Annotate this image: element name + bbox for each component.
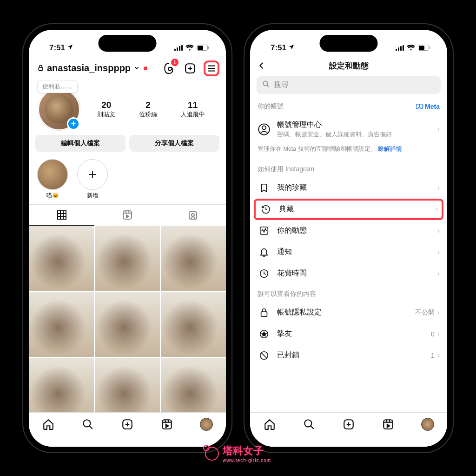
accounts-center-note: 管理你在 Meta 技術的互聯體驗和帳號設定。 瞭解詳情 bbox=[250, 144, 447, 160]
clock-icon bbox=[258, 268, 271, 279]
chevron-right-icon: › bbox=[436, 205, 438, 214]
threads-button[interactable]: 1 bbox=[161, 60, 177, 76]
post-thumb[interactable] bbox=[95, 292, 160, 357]
svg-point-28 bbox=[263, 81, 268, 86]
row-your-activity[interactable]: 你的動態 › bbox=[250, 220, 447, 241]
add-story-plus-icon[interactable]: + bbox=[67, 117, 80, 130]
tab-tagged[interactable] bbox=[160, 205, 226, 226]
activity-icon bbox=[258, 226, 271, 236]
row-saved[interactable]: 我的珍藏 › bbox=[250, 177, 447, 199]
nav-create[interactable] bbox=[342, 417, 356, 431]
username-dropdown[interactable]: anastasia_inspppp bbox=[37, 63, 159, 74]
chevron-right-icon: › bbox=[437, 308, 440, 317]
tab-grid[interactable] bbox=[29, 205, 94, 226]
post-thumb[interactable] bbox=[161, 292, 226, 357]
learn-more-link[interactable]: 瞭解詳情 bbox=[378, 146, 402, 152]
stat-followers[interactable]: 2 位粉絲 bbox=[139, 100, 157, 119]
reel-icon bbox=[150, 295, 157, 304]
reel-icon bbox=[216, 228, 223, 238]
bottom-nav bbox=[29, 412, 226, 447]
svg-rect-9 bbox=[58, 211, 66, 219]
settings-search[interactable]: 搜尋 bbox=[257, 76, 441, 94]
hamburger-menu-button[interactable] bbox=[204, 60, 219, 76]
share-profile-button[interactable]: 分享個人檔案 bbox=[129, 135, 219, 152]
nav-profile[interactable] bbox=[199, 417, 213, 431]
notch bbox=[99, 35, 157, 52]
settings-title: 設定和動態 bbox=[329, 60, 369, 71]
svg-rect-20 bbox=[162, 420, 172, 429]
svg-rect-17 bbox=[151, 295, 156, 301]
post-thumb[interactable] bbox=[95, 226, 160, 291]
profile-tabs bbox=[29, 204, 226, 226]
bell-icon bbox=[258, 247, 271, 257]
svg-rect-3 bbox=[181, 45, 183, 51]
settings-screen: 7:51 設定和動態 搜尋 你的帳號 Meta bbox=[250, 30, 447, 447]
chevron-right-icon: › bbox=[437, 351, 440, 360]
svg-rect-22 bbox=[398, 47, 399, 51]
svg-rect-7 bbox=[39, 67, 43, 70]
chevron-right-icon: › bbox=[437, 125, 440, 134]
svg-rect-15 bbox=[217, 229, 222, 235]
svg-rect-1 bbox=[177, 47, 178, 51]
svg-rect-23 bbox=[400, 46, 402, 51]
stat-following[interactable]: 11 人追蹤中 bbox=[181, 100, 205, 119]
block-icon bbox=[258, 350, 271, 361]
svg-point-12 bbox=[192, 214, 194, 216]
nav-search[interactable] bbox=[81, 417, 95, 431]
row-label: 帳號管理中心 bbox=[277, 120, 431, 130]
edit-profile-button[interactable]: 編輯個人檔案 bbox=[35, 135, 126, 152]
notification-dot bbox=[144, 67, 147, 70]
profile-avatar[interactable]: + bbox=[38, 88, 80, 130]
battery-icon bbox=[197, 45, 209, 51]
highlight-cat[interactable]: 喵🐱 bbox=[37, 159, 68, 200]
plus-icon: + bbox=[88, 167, 97, 182]
watermark-icon bbox=[205, 447, 219, 461]
svg-rect-33 bbox=[261, 312, 267, 316]
profile-note-bubble[interactable]: 便利貼…… bbox=[37, 80, 78, 93]
svg-rect-0 bbox=[174, 49, 176, 51]
threads-badge: 1 bbox=[171, 59, 178, 66]
svg-point-30 bbox=[262, 126, 266, 129]
svg-rect-27 bbox=[430, 47, 430, 49]
bottom-nav bbox=[250, 412, 447, 447]
lock-icon bbox=[258, 308, 271, 318]
nav-reels[interactable] bbox=[160, 417, 174, 431]
nav-create[interactable] bbox=[120, 417, 134, 431]
row-accounts-center[interactable]: 帳號管理中心 密碼、帳號安全、個人詳細資料、廣告偏好 › bbox=[250, 114, 447, 144]
back-button[interactable] bbox=[258, 60, 266, 73]
svg-rect-6 bbox=[208, 47, 209, 49]
row-notifications[interactable]: 通知 › bbox=[250, 241, 447, 263]
nav-search[interactable] bbox=[302, 417, 316, 431]
archive-clock-icon bbox=[259, 204, 272, 215]
chevron-right-icon: › bbox=[437, 248, 440, 256]
svg-rect-5 bbox=[198, 46, 203, 50]
highlight-new[interactable]: + 新增 bbox=[77, 159, 108, 200]
profile-header: anastasia_inspppp 1 bbox=[29, 58, 226, 78]
tab-reels[interactable] bbox=[94, 205, 160, 226]
post-thumb[interactable] bbox=[161, 226, 226, 291]
row-blocked[interactable]: 已封鎖 1› bbox=[250, 345, 447, 366]
create-post-button[interactable] bbox=[182, 60, 198, 76]
search-placeholder: 搜尋 bbox=[274, 80, 289, 90]
svg-rect-11 bbox=[189, 212, 197, 219]
nav-home[interactable] bbox=[263, 417, 277, 431]
nav-home[interactable] bbox=[41, 417, 55, 431]
reel-icon bbox=[84, 295, 91, 304]
wifi-icon bbox=[407, 45, 415, 51]
section-your-account: 你的帳號 Meta bbox=[250, 101, 447, 114]
nav-profile[interactable] bbox=[421, 417, 435, 431]
svg-rect-24 bbox=[403, 45, 404, 51]
star-circle-icon bbox=[258, 329, 271, 339]
row-archive[interactable]: 典藏 › bbox=[254, 199, 443, 220]
stat-posts[interactable]: 20 則貼文 bbox=[97, 100, 115, 119]
row-time-spent[interactable]: 花費時間 › bbox=[250, 263, 447, 284]
row-close-friends[interactable]: 摯友 0› bbox=[250, 323, 447, 345]
post-thumb[interactable] bbox=[29, 292, 94, 357]
bookmark-icon bbox=[258, 183, 271, 193]
post-thumb[interactable] bbox=[29, 226, 94, 291]
watermark: 塔科女子 www.tech-girlz.com bbox=[205, 444, 271, 463]
section-how-to-use: 如何使用 Instagram bbox=[250, 163, 447, 177]
row-account-privacy[interactable]: 帳號隱私設定 不公開› bbox=[250, 302, 447, 323]
nav-reels[interactable] bbox=[381, 417, 395, 431]
chevron-right-icon: › bbox=[437, 269, 440, 278]
